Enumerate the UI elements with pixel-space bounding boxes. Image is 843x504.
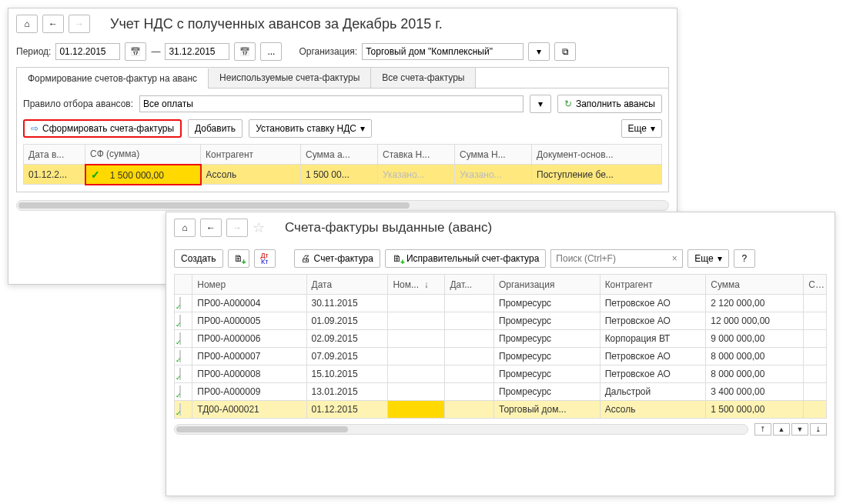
forward-button[interactable]: → (69, 15, 90, 15)
home-button[interactable]: ⌂ (16, 15, 38, 15)
topbar: ⌂ ← → Учет НДС с полученных авансов за Д… (8, 8, 677, 15)
advance-vat-window: ⌂ ← → Учет НДС с полученных авансов за Д… (8, 8, 677, 15)
back-button[interactable]: ← (42, 15, 64, 15)
